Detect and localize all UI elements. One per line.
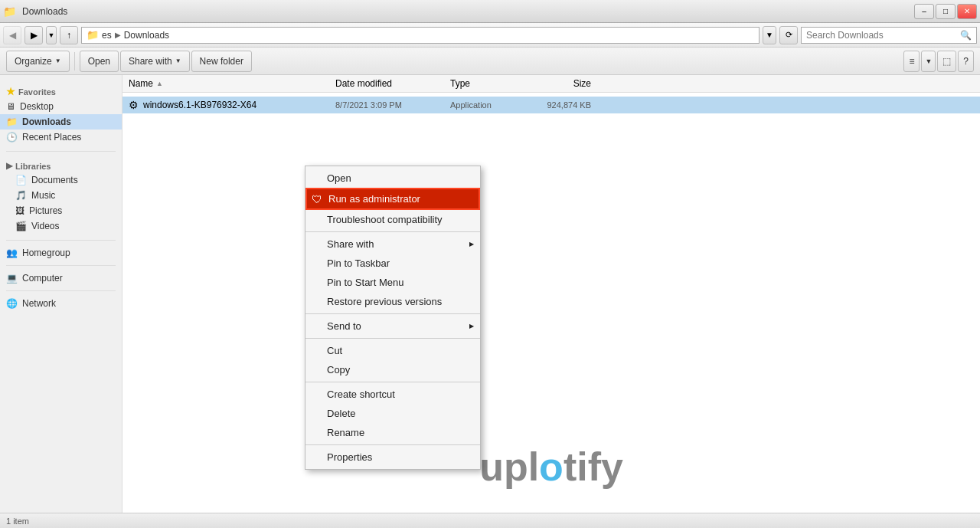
new-folder-button[interactable]: New folder <box>191 51 252 72</box>
sidebar-label-network: Network <box>22 298 56 309</box>
status-text: 1 item <box>6 517 29 526</box>
breadcrumb-arrow: ▶ <box>115 31 121 39</box>
ctx-restore-versions[interactable]: Restore previous versions <box>305 292 480 311</box>
watermark-upl: upl <box>479 444 539 490</box>
homegroup-icon: 👥 <box>6 248 18 258</box>
file-date: 8/7/2021 3:09 PM <box>329 100 444 110</box>
sidebar-item-videos[interactable]: 🎬 Videos <box>0 218 122 234</box>
ctx-troubleshoot[interactable]: Troubleshoot compatibility <box>305 210 480 229</box>
sort-arrow-icon: ▲ <box>156 80 163 87</box>
sidebar-item-downloads[interactable]: 📁 Downloads <box>0 114 122 130</box>
sidebar-item-computer[interactable]: 💻 Computer <box>0 271 122 286</box>
col-size-header[interactable]: Size <box>521 78 597 89</box>
sidebar-label-downloads: Downloads <box>22 116 71 127</box>
ctx-cut[interactable]: Cut <box>305 341 480 360</box>
ctx-properties[interactable]: Properties <box>305 448 480 467</box>
watermark: uplotify <box>122 444 980 490</box>
favorites-label: Favorites <box>18 87 56 97</box>
ctx-sep-4 <box>305 382 480 382</box>
file-list: Name ▲ Date modified Type Size ⚙ windows… <box>122 75 980 513</box>
table-row[interactable]: ⚙ windows6.1-KB976932-X64 8/7/2021 3:09 … <box>122 97 980 113</box>
star-icon: ★ <box>6 86 15 97</box>
share-button[interactable]: Share with ▼ <box>120 51 190 72</box>
recent-button[interactable]: ▼ <box>46 26 57 44</box>
col-type-header[interactable]: Type <box>444 78 521 89</box>
desktop-icon: 🖥 <box>6 101 15 112</box>
address-bar[interactable]: 📁 es ▶ Downloads <box>81 27 760 44</box>
breadcrumb-es[interactable]: es <box>102 30 112 41</box>
up-button[interactable]: ↑ <box>60 26 78 44</box>
sidebar-label-pictures: Pictures <box>29 205 62 216</box>
favorites-header: ★ Favorites <box>0 81 122 99</box>
ctx-send-to[interactable]: Send to <box>305 316 480 336</box>
view-buttons: ≡ ▼ ⬚ ? <box>903 51 974 72</box>
new-folder-label: New folder <box>200 56 243 67</box>
ctx-copy[interactable]: Copy <box>305 360 480 379</box>
sidebar-item-homegroup[interactable]: 👥 Homegroup <box>0 245 122 261</box>
network-icon: 🌐 <box>6 298 18 309</box>
title-bar-buttons: – □ ✕ <box>914 4 977 19</box>
context-menu: Open 🛡 Run as administrator Troubleshoot… <box>305 166 481 470</box>
help-button[interactable]: ? <box>958 51 974 72</box>
sidebar-label-videos: Videos <box>31 221 59 231</box>
sidebar-label-documents: Documents <box>31 175 78 185</box>
music-icon: 🎵 <box>15 190 27 201</box>
sidebar-item-music[interactable]: 🎵 Music <box>0 188 122 203</box>
refresh-button[interactable]: ▼ <box>763 26 776 44</box>
videos-icon: 🎬 <box>15 221 27 231</box>
toolbar: Organize ▼ Open Share with ▼ New folder … <box>0 48 980 75</box>
back-button[interactable]: ◀ <box>3 26 21 44</box>
file-type: Application <box>444 100 521 110</box>
ctx-rename[interactable]: Rename <box>305 423 480 442</box>
sidebar: ★ Favorites 🖥 Desktop 📁 Downloads 🕒 Rece… <box>0 75 122 513</box>
nav-extra-button[interactable]: ⟳ <box>779 26 798 44</box>
libraries-label: Libraries <box>15 162 51 171</box>
shield-icon: 🛡 <box>312 193 322 205</box>
sidebar-item-network[interactable]: 🌐 Network <box>0 296 122 311</box>
view-toggle-button[interactable]: ≡ <box>903 51 920 72</box>
maximize-button[interactable]: □ <box>936 4 956 19</box>
col-date-header[interactable]: Date modified <box>329 78 444 89</box>
sidebar-item-documents[interactable]: 📄 Documents <box>0 172 122 188</box>
file-icon: ⚙ <box>129 99 139 111</box>
ctx-open[interactable]: Open <box>305 169 480 188</box>
sidebar-item-pictures[interactable]: 🖼 Pictures <box>0 203 122 218</box>
sidebar-div-4 <box>6 290 116 291</box>
recent-places-icon: 🕒 <box>6 132 18 143</box>
organize-arrow: ▼ <box>55 57 61 64</box>
close-button[interactable]: ✕ <box>957 4 977 19</box>
libraries-section: ▶ Libraries 📄 Documents 🎵 Music 🖼 Pictur… <box>0 156 122 234</box>
col-name-header[interactable]: Name ▲ <box>122 78 329 89</box>
documents-icon: 📄 <box>15 175 27 185</box>
nav-bar: ◀ ▶ ▼ ↑ 📁 es ▶ Downloads ▼ ⟳ 🔍 <box>0 23 980 48</box>
share-arrow: ▼ <box>175 57 181 64</box>
pictures-icon: 🖼 <box>15 205 24 216</box>
sidebar-item-desktop[interactable]: 🖥 Desktop <box>0 99 122 114</box>
forward-button[interactable]: ▶ <box>24 26 43 44</box>
downloads-icon: 📁 <box>6 116 18 127</box>
search-input[interactable] <box>806 30 957 41</box>
share-label: Share with <box>129 56 172 67</box>
ctx-run-as-admin[interactable]: 🛡 Run as administrator <box>305 188 480 210</box>
organize-button[interactable]: Organize ▼ <box>6 51 70 72</box>
watermark-tify: tify <box>564 444 623 490</box>
sidebar-div-1 <box>6 151 116 152</box>
breadcrumb-downloads[interactable]: Downloads <box>124 30 169 41</box>
ctx-delete[interactable]: Delete <box>305 404 480 423</box>
sidebar-label-music: Music <box>31 190 55 201</box>
favorites-section: ★ Favorites 🖥 Desktop 📁 Downloads 🕒 Rece… <box>0 81 122 145</box>
minimize-button[interactable]: – <box>914 4 934 19</box>
ctx-pin-start[interactable]: Pin to Start Menu <box>305 273 480 292</box>
search-box[interactable]: 🔍 <box>801 27 977 44</box>
open-button[interactable]: Open <box>80 51 119 72</box>
sidebar-label-recent: Recent Places <box>22 132 81 143</box>
watermark-o: o <box>539 444 564 490</box>
view-arrow-button[interactable]: ▼ <box>921 51 936 72</box>
explorer-icon: 📁 <box>3 5 16 18</box>
sidebar-item-recent-places[interactable]: 🕒 Recent Places <box>0 130 122 145</box>
search-icon: 🔍 <box>960 30 972 41</box>
ctx-pin-taskbar[interactable]: Pin to Taskbar <box>305 254 480 273</box>
ctx-create-shortcut[interactable]: Create shortcut <box>305 385 480 404</box>
preview-pane-button[interactable]: ⬚ <box>937 51 956 72</box>
ctx-share-with[interactable]: Share with <box>305 234 480 254</box>
